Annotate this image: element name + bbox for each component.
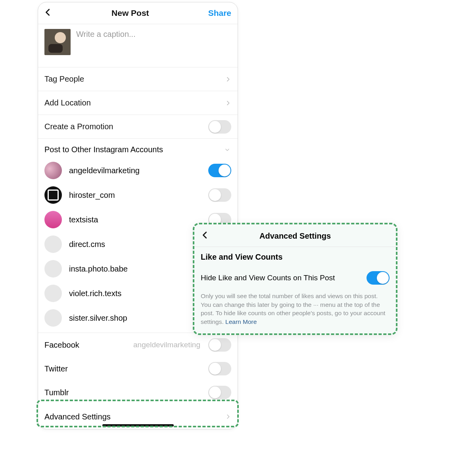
avatar bbox=[44, 260, 62, 278]
external-toggle[interactable] bbox=[208, 338, 231, 352]
tag-people-row[interactable]: Tag People bbox=[38, 67, 238, 91]
account-name: hiroster_com bbox=[69, 191, 115, 200]
external-toggle[interactable] bbox=[208, 362, 231, 375]
panel-section-heading: Like and View Counts bbox=[194, 247, 396, 264]
account-row[interactable]: angeldevilmarketing bbox=[38, 158, 238, 183]
account-name: direct.cms bbox=[69, 240, 105, 249]
account-toggle[interactable] bbox=[208, 188, 231, 202]
account-name: insta.photo.babe bbox=[69, 264, 128, 274]
external-share-row[interactable]: Facebookangeldevilmarketing bbox=[38, 333, 238, 357]
chevron-right-icon bbox=[225, 413, 231, 420]
account-name: sister.silver.shop bbox=[69, 314, 127, 323]
back-icon[interactable] bbox=[44, 8, 52, 18]
back-icon[interactable] bbox=[201, 231, 209, 241]
account-name: angeldevilmarketing bbox=[69, 166, 140, 175]
other-accounts-header[interactable]: Post to Other Instagram Accounts bbox=[38, 139, 238, 158]
chevron-right-icon bbox=[225, 100, 231, 106]
panel-description: Only you will see the total number of li… bbox=[194, 292, 396, 333]
avatar bbox=[44, 162, 62, 179]
external-sub: angeldevilmarketing bbox=[133, 341, 200, 349]
account-row[interactable]: hiroster_com bbox=[38, 183, 238, 207]
chevron-down-icon bbox=[224, 147, 230, 153]
advanced-settings-label: Advanced Settings bbox=[44, 412, 111, 421]
create-promotion-row[interactable]: Create a Promotion bbox=[38, 115, 238, 139]
share-button[interactable]: Share bbox=[208, 8, 231, 18]
external-share-row[interactable]: Twitter bbox=[38, 357, 238, 381]
caption-row[interactable]: Write a caption... bbox=[38, 24, 238, 67]
chevron-right-icon bbox=[225, 76, 231, 82]
tag-people-label: Tag People bbox=[44, 75, 84, 84]
header: New Post Share bbox=[38, 2, 238, 24]
add-location-row[interactable]: Add Location bbox=[38, 91, 238, 115]
hide-counts-toggle[interactable] bbox=[367, 271, 390, 285]
new-post-screen: New Post Share Write a caption... Tag Pe… bbox=[38, 2, 238, 429]
external-share-row[interactable]: Tumblr bbox=[38, 381, 238, 404]
avatar bbox=[44, 235, 62, 253]
hide-counts-label: Hide Like and View Counts on This Post bbox=[201, 274, 335, 282]
home-indicator bbox=[102, 424, 174, 427]
other-accounts-label: Post to Other Instagram Accounts bbox=[44, 145, 163, 154]
account-toggle[interactable] bbox=[208, 164, 231, 177]
create-promotion-toggle[interactable] bbox=[208, 120, 231, 134]
caption-input[interactable]: Write a caption... bbox=[76, 29, 136, 55]
avatar bbox=[44, 285, 62, 302]
panel-title: Advanced Settings bbox=[209, 232, 381, 241]
avatar bbox=[44, 309, 62, 327]
external-name: Tumblr bbox=[44, 388, 69, 397]
panel-header: Advanced Settings bbox=[194, 224, 396, 247]
external-toggle[interactable] bbox=[208, 386, 231, 399]
create-promotion-label: Create a Promotion bbox=[44, 122, 113, 131]
advanced-settings-row[interactable]: Advanced Settings bbox=[38, 404, 238, 429]
advanced-settings-panel: Advanced Settings Like and View Counts H… bbox=[193, 223, 397, 335]
page-title: New Post bbox=[52, 8, 208, 18]
learn-more-link[interactable]: Learn More bbox=[225, 318, 257, 325]
avatar bbox=[44, 211, 62, 228]
external-name: Facebook bbox=[44, 341, 79, 350]
post-thumbnail[interactable] bbox=[44, 29, 71, 55]
account-name: violet.rich.texts bbox=[69, 289, 121, 298]
add-location-label: Add Location bbox=[44, 98, 91, 107]
external-name: Twitter bbox=[44, 364, 68, 373]
hide-counts-row[interactable]: Hide Like and View Counts on This Post bbox=[194, 264, 396, 292]
account-name: textsista bbox=[69, 215, 98, 224]
avatar bbox=[44, 186, 62, 204]
